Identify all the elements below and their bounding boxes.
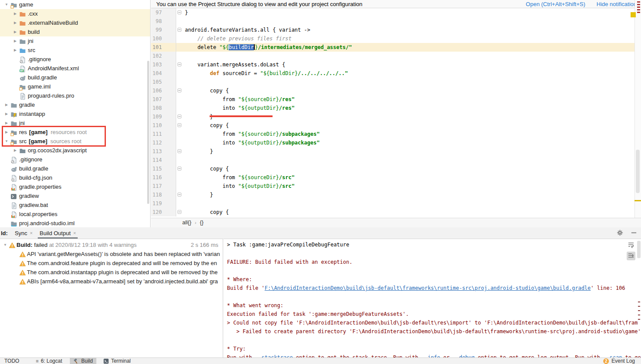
code-line-101[interactable]: 101 delete "${buildDir}/intermediates/me… [151,43,634,52]
statusbar-logcat-button[interactable]: ≡ 6: Logcat [32,358,66,364]
error-stripe-mark[interactable] [637,1,640,3]
console-link[interactable]: --debug [453,354,475,357]
fold-marker[interactable] [176,190,183,199]
chevron-right-icon[interactable]: ▶ [11,9,19,18]
error-stripe-mark[interactable] [637,4,640,5]
fold-marker[interactable] [176,26,183,34]
code-editor[interactable]: 97}9899android.featureVariants.all { var… [151,8,634,218]
console-scrollbar-thumb[interactable] [637,241,641,258]
tree-item-gradle[interactable]: ▶gradle [0,100,150,109]
console-link[interactable]: --scan [603,354,622,357]
fold-marker[interactable] [176,164,183,173]
tab-sync[interactable]: Sync × [11,227,36,239]
console-link[interactable]: F:\AndroidInteractionDemo\build\jsb-defa… [265,285,591,291]
code-line-104[interactable]: 104 def sourceDir = "${buildDir}/../../.… [151,69,634,78]
code-line-113[interactable]: 113 } [151,147,634,156]
code-line-118[interactable]: 118 } [151,190,634,199]
fold-marker[interactable] [176,112,183,121]
code-line-98[interactable]: 98 [151,17,634,26]
breadcrumb-item[interactable]: {} [200,220,204,226]
tree-item-.gitignore[interactable]: .gitignore [0,55,150,64]
gear-icon[interactable] [617,230,624,236]
fold-marker[interactable] [176,60,183,69]
tree-item-org.cocos2dx.javascript[interactable]: ▶org.cocos2dx.javascript [0,146,150,155]
editor-scrollbar-thumb[interactable] [636,150,640,193]
code-line-111[interactable]: 111 from "${sourceDir}/subpackages" [151,130,634,138]
tree-item-instantapp[interactable]: ▶instantapp [0,109,150,118]
breadcrumb-item[interactable]: all{} [182,220,191,226]
tree-item-build.gradle[interactable]: build.gradle [0,164,150,173]
chevron-right-icon[interactable]: ▶ [11,18,19,27]
code-line-119[interactable]: 119 [151,199,634,208]
tree-item-build-cfg.json[interactable]: build-cfg.json [0,173,150,182]
code-line-117[interactable]: 117 into "${outputDir}/src" [151,182,634,190]
code-line-105[interactable]: 105 [151,78,634,86]
code-line-103[interactable]: 103 variant.mergeAssets.doLast { [151,60,634,69]
code-line-102[interactable]: 102 [151,52,634,60]
statusbar-build-button[interactable]: Build [70,358,96,364]
console-link[interactable]: --info [421,354,440,357]
code-line-97[interactable]: 97} [151,8,634,17]
tree-item-gradlew[interactable]: gradlew [0,191,150,200]
tree-item-build.gradle[interactable]: build.gradle [0,73,150,82]
chevron-down-icon[interactable]: ▼ [2,240,9,249]
code-line-116[interactable]: 116 from "${sourceDir}/src" [151,173,634,182]
tree-item-game[interactable]: ▼game [0,0,150,9]
tree-item-.cxx[interactable]: ▶.cxx [0,9,150,18]
code-line-110[interactable]: 110 copy { [151,121,634,130]
build-warning-row[interactable]: The com.android.feature plugin is deprec… [0,259,223,268]
tree-item-androidmanifest.xml[interactable]: MFAndroidManifest.xml [0,64,150,73]
notification-open-link[interactable]: Open (Ctrl+Alt+Shift+S) [526,1,585,7]
error-stripe-mark[interactable] [637,9,640,10]
warning-stripe-mark[interactable] [634,200,641,201]
statusbar-todo-button[interactable]: TODO [1,358,23,364]
build-warning-row[interactable]: The com.android.instantapp plugin is dep… [0,268,223,277]
fold-marker[interactable] [176,147,183,156]
fold-marker[interactable] [176,86,183,95]
tree-item-game.iml[interactable]: game.iml [0,82,150,91]
project-tree-scrollbar[interactable] [147,61,149,204]
minimize-icon[interactable] [631,230,638,236]
build-warning-row[interactable]: ABIs [arm64-v8a,armeabi-v7a,armeabi] set… [0,277,223,286]
notification-hide-link[interactable]: Hide notification [597,1,637,7]
statusbar-terminal-button[interactable]: Terminal [100,358,134,364]
code-line-100[interactable]: 100 // delete previous files first [151,34,634,43]
console-link[interactable]: --stacktrace [255,354,293,357]
code-line-106[interactable]: 106 copy { [151,86,634,95]
tree-item-local.properties[interactable]: local.properties [0,210,150,219]
tree-item-gradlew.bat[interactable]: gradlew.bat [0,200,150,210]
fold-marker[interactable] [176,121,183,130]
code-line-107[interactable]: 107 from "${sourceDir}/res" [151,95,634,104]
error-stripe-mark[interactable] [637,12,640,13]
code-line-108[interactable]: 108 into "${outputDir}/res" [151,104,634,112]
tree-item-gradle.properties[interactable]: gradle.properties [0,182,150,191]
tree-item-proguard-rules.pro[interactable]: proguard-rules.pro [0,91,150,100]
error-stripe-mark[interactable] [637,7,640,8]
chevron-right-icon[interactable]: ▶ [3,109,10,118]
code-line-112[interactable]: 112 into "${outputDir}/subpackages" [151,138,634,147]
tab-close-icon[interactable]: × [73,230,76,236]
soft-wrap-icon[interactable] [627,240,635,249]
tree-item-build[interactable]: ▶build [0,27,150,36]
chevron-right-icon[interactable]: ▶ [11,46,19,55]
tree-item-src[interactable]: ▶src [0,46,150,55]
chevron-down-icon[interactable]: ▼ [3,0,10,9]
tab-close-icon[interactable]: × [30,230,33,236]
tree-item-proj.android-studio.iml[interactable]: proj.android-studio.iml [0,219,150,228]
fold-marker[interactable] [176,8,183,17]
code-line-114[interactable]: 114 [151,156,634,164]
chevron-right-icon[interactable]: ▶ [11,146,19,155]
code-line-120[interactable]: 120 copy { [151,208,634,216]
code-line-115[interactable]: 115 copy { [151,164,634,173]
chevron-right-icon[interactable]: ▶ [11,27,19,36]
statusbar-event-log[interactable]: 2 Event Log [603,358,635,364]
scroll-to-end-icon[interactable] [627,252,635,260]
chevron-right-icon[interactable]: ▶ [11,36,19,46]
code-line-99[interactable]: 99android.featureVariants.all { variant … [151,26,634,34]
build-console[interactable]: > Task :game:javaPreCompileDebugFeatureF… [224,239,641,357]
build-result-row[interactable]: ▼ Build: failed at 2020/8/12 19:18 with … [0,240,223,249]
build-warning-row[interactable]: API 'variant.getMergeAssets()' is obsole… [0,249,223,259]
tree-item-.externalnativebuild[interactable]: ▶.externalNativeBuild [0,18,150,27]
tree-item-.gitignore[interactable]: .gitignore [0,155,150,164]
chevron-right-icon[interactable]: ▶ [3,100,10,109]
